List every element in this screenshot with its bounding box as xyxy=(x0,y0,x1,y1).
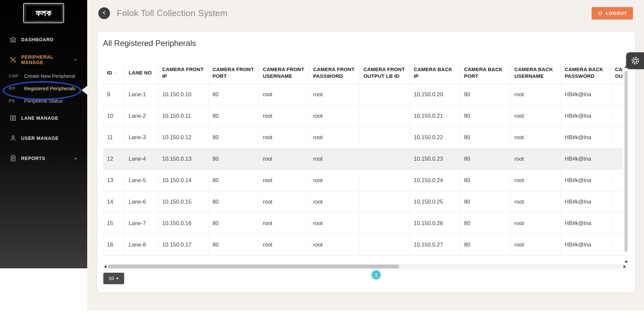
table-cell: Lane-3 xyxy=(124,126,158,148)
submenu-label: Create New Peripheral xyxy=(24,73,75,79)
pagination-page-button[interactable]: 1 xyxy=(372,270,381,279)
table-cell: root xyxy=(309,148,359,169)
table-cell: 10.150.0.14 xyxy=(158,169,208,191)
active-item-arrow xyxy=(82,86,87,95)
table-cell: HB#k@lna xyxy=(560,234,611,255)
scroll-right-button[interactable] xyxy=(624,265,626,268)
column-header[interactable]: ID↑↓ xyxy=(103,62,124,84)
table-cell xyxy=(611,84,623,105)
column-header: CAMERA BACK PASSWORD xyxy=(560,62,611,84)
table-row[interactable]: 16Lane-810.150.0.1780rootroot10.150.0.27… xyxy=(103,234,623,255)
bank-icon xyxy=(9,36,17,43)
caret-down-icon xyxy=(116,278,119,279)
table-cell xyxy=(611,148,623,169)
table-cell: root xyxy=(309,105,359,126)
card-title: All Registered Peripherals xyxy=(103,39,196,48)
table-cell xyxy=(611,212,623,234)
sort-icon[interactable]: ↑↓ xyxy=(114,71,117,75)
table-cell: root xyxy=(259,169,309,191)
table-cell: HB#k@lna xyxy=(560,212,611,234)
submenu-abbr: PS xyxy=(9,98,19,103)
logout-button[interactable]: LOGOUT xyxy=(592,7,633,19)
page-size-dropdown[interactable]: 10 xyxy=(103,273,124,284)
table-row[interactable]: 15Lane-710.150.0.1680rootroot10.150.0.26… xyxy=(103,212,623,234)
sidebar-item-registered-peripherals[interactable]: RP Registered Peripherals xyxy=(0,82,87,95)
app-window: ফলক DASHBOARD PERIPHERAL MANAGE xyxy=(0,0,644,321)
table-row[interactable]: 14Lane-610.150.0.1580rootroot10.150.0.25… xyxy=(103,191,623,212)
table-cell: 80 xyxy=(460,105,510,126)
sidebar-item-label: USER MANAGE xyxy=(21,136,59,141)
table-cell: 10 xyxy=(103,105,124,126)
table-cell: 80 xyxy=(208,126,259,148)
table-cell: 10.150.0.24 xyxy=(410,169,460,191)
table-cell: 10.150.0.27 xyxy=(410,234,460,255)
horizontal-scrollbar-thumb[interactable] xyxy=(108,265,399,268)
sidebar-item-label: DASHBOARD xyxy=(21,37,53,42)
table-cell: 10.150.0.23 xyxy=(410,148,460,169)
table-cell: root xyxy=(259,126,309,148)
sidebar-item-lane-manage[interactable]: LANE MANAGE xyxy=(0,111,87,125)
table-cell: root xyxy=(510,148,560,169)
table-cell: 15 xyxy=(103,212,124,234)
horizontal-scrollbar[interactable] xyxy=(103,264,627,269)
peripherals-table: ID↑↓LANE NOCAMERA FRONT IPCAMERA FRONT P… xyxy=(103,62,623,256)
vertical-scrollbar-thumb[interactable] xyxy=(625,71,628,252)
table-cell: 9 xyxy=(103,84,124,105)
table-cell: 80 xyxy=(460,169,510,191)
scroll-down-button[interactable] xyxy=(625,261,628,263)
table-row[interactable]: 11Lane-310.150.0.1280rootroot10.150.0.22… xyxy=(103,126,623,148)
back-button[interactable] xyxy=(98,7,110,19)
sidebar-item-user-manage[interactable]: USER MANAGE xyxy=(0,131,87,146)
table-cell: Lane-5 xyxy=(124,169,158,191)
sidebar-item-peripheral-status[interactable]: PS Peripheral Status xyxy=(0,95,87,107)
sidebar-item-reports[interactable]: REPORTS xyxy=(0,151,87,166)
table-cell xyxy=(359,212,410,234)
table-cell: 10.150.0.11 xyxy=(158,105,208,126)
table-cell: 10.150.0.15 xyxy=(158,191,208,212)
scroll-left-button[interactable] xyxy=(104,265,106,268)
table-row[interactable]: 9Lane-110.150.0.1080rootroot10.150.0.208… xyxy=(103,84,623,105)
table-cell: root xyxy=(309,212,359,234)
sidebar-menu: DASHBOARD PERIPHERAL MANAGE CNP Create N… xyxy=(0,32,87,166)
table-cell: 10.150.0.16 xyxy=(158,212,208,234)
table-cell: 80 xyxy=(460,212,510,234)
table-cell xyxy=(359,105,410,126)
settings-gear-button[interactable] xyxy=(626,52,644,69)
page-size-value: 10 xyxy=(109,276,114,281)
table-cell: 10.150.0.17 xyxy=(158,234,208,255)
table-cell xyxy=(359,234,410,255)
sidebar-item-dashboard[interactable]: DASHBOARD xyxy=(0,32,87,47)
table-cell xyxy=(611,191,623,212)
table-cell: root xyxy=(259,234,309,255)
table-cell: root xyxy=(510,105,560,126)
sidebar-item-label: PERIPHERAL MANAGE xyxy=(21,54,69,65)
table-row[interactable]: 10Lane-210.150.0.1180rootroot10.150.0.21… xyxy=(103,105,623,126)
table-cell xyxy=(611,126,623,148)
table-row[interactable]: 13Lane-510.150.0.1480rootroot10.150.0.24… xyxy=(103,169,623,191)
table-cell: root xyxy=(510,84,560,105)
tools-icon xyxy=(9,56,17,63)
column-header: CAMERA FRONT PORT xyxy=(208,62,259,84)
vertical-scrollbar[interactable] xyxy=(624,64,628,265)
table-cell: Lane-2 xyxy=(124,105,158,126)
peripheral-manage-submenu: CNP Create New Peripheral RP Registered … xyxy=(0,70,87,107)
sidebar-item-label: LANE MANAGE xyxy=(21,115,58,121)
logo-text: ফলক xyxy=(36,8,52,18)
sidebar-item-create-new-peripheral[interactable]: CNP Create New Peripheral xyxy=(0,70,87,82)
logout-label: LOGOUT xyxy=(606,11,627,16)
submenu-abbr: RP xyxy=(9,86,19,91)
table-cell: 80 xyxy=(460,148,510,169)
table-cell: HB#k@lna xyxy=(560,105,611,126)
table-cell: 10.150.0.10 xyxy=(158,84,208,105)
table-row[interactable]: 12Lane-410.150.0.1380rootroot10.150.0.23… xyxy=(103,148,623,169)
table-cell: Lane-1 xyxy=(124,84,158,105)
table-cell xyxy=(359,126,410,148)
table-cell xyxy=(611,234,623,255)
sidebar-item-peripheral-manage[interactable]: PERIPHERAL MANAGE xyxy=(0,52,87,67)
table-cell: root xyxy=(309,169,359,191)
table-cell: 10.150.0.13 xyxy=(158,148,208,169)
table-cell: root xyxy=(510,191,560,212)
table-cell: 80 xyxy=(208,191,259,212)
page-title: Folok Toll Collection System xyxy=(117,8,227,18)
column-header: CAMERA BACK OUTPUT LB ID xyxy=(611,62,623,84)
